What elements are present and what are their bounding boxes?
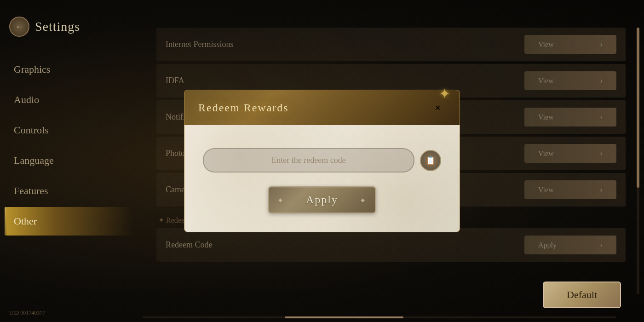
close-icon: ✕	[435, 104, 441, 112]
modal-close-button[interactable]: ✕	[429, 99, 446, 116]
clipboard-button[interactable]: 📋	[420, 150, 441, 171]
clipboard-icon: 📋	[426, 155, 436, 166]
modal-header: Redeem Rewards ✕ ✦	[184, 90, 460, 125]
redeem-code-input[interactable]	[203, 148, 414, 172]
redeem-rewards-modal: Redeem Rewards ✕ ✦ 📋 Apply	[184, 90, 460, 232]
modal-title: Redeem Rewards	[198, 102, 289, 114]
code-input-row: 📋	[203, 148, 441, 172]
modal-overlay: Redeem Rewards ✕ ✦ 📋 Apply	[0, 0, 644, 322]
modal-body: 📋 Apply	[184, 125, 460, 232]
apply-button[interactable]: Apply	[268, 186, 376, 213]
